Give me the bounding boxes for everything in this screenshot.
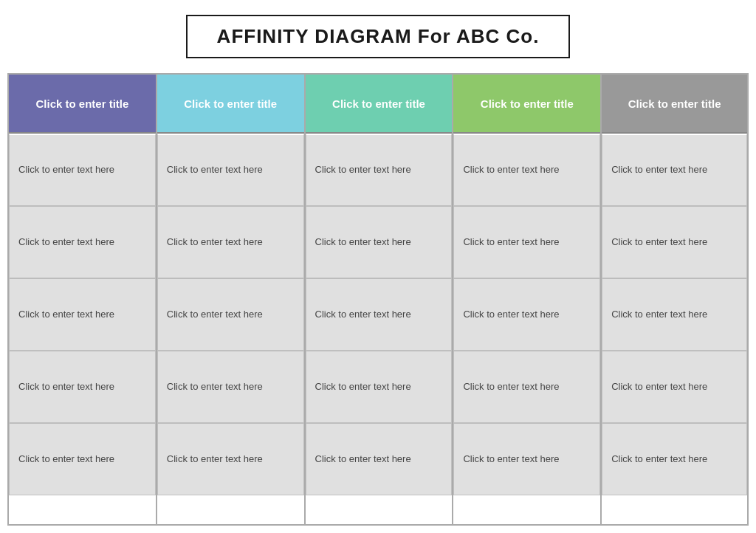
card-col2-row1[interactable]: Click to enter text here — [157, 134, 304, 206]
card-col5-row1[interactable]: Click to enter text here — [602, 134, 747, 206]
card-col3-row2[interactable]: Click to enter text here — [306, 206, 453, 278]
column-3-header[interactable]: Click to enter title — [306, 75, 453, 134]
column-5-cards: Click to enter text hereClick to enter t… — [602, 134, 747, 524]
column-4-header[interactable]: Click to enter title — [453, 75, 600, 134]
card-col4-row5[interactable]: Click to enter text here — [453, 423, 600, 495]
card-col5-row5[interactable]: Click to enter text here — [602, 423, 747, 495]
card-col1-row1[interactable]: Click to enter text here — [9, 134, 156, 206]
column-2: Click to enter titleClick to enter text … — [156, 73, 304, 526]
column-2-cards: Click to enter text hereClick to enter t… — [157, 134, 304, 524]
card-col3-row5[interactable]: Click to enter text here — [306, 423, 453, 495]
card-col4-row4[interactable]: Click to enter text here — [453, 351, 600, 423]
card-col2-row4[interactable]: Click to enter text here — [157, 351, 304, 423]
diagram-grid: Click to enter titleClick to enter text … — [7, 73, 749, 526]
card-col5-row3[interactable]: Click to enter text here — [602, 278, 747, 351]
card-col4-row1[interactable]: Click to enter text here — [453, 134, 600, 206]
column-2-header[interactable]: Click to enter title — [157, 75, 304, 134]
column-1: Click to enter titleClick to enter text … — [7, 73, 156, 526]
card-col1-row3[interactable]: Click to enter text here — [9, 278, 156, 351]
card-col3-row3[interactable]: Click to enter text here — [306, 278, 453, 351]
column-5: Click to enter titleClick to enter text … — [600, 73, 749, 526]
card-col2-row2[interactable]: Click to enter text here — [157, 206, 304, 278]
title-box: AFFINITY DIAGRAM For ABC Co. — [186, 15, 571, 58]
card-col2-row5[interactable]: Click to enter text here — [157, 423, 304, 495]
card-col4-row3[interactable]: Click to enter text here — [453, 278, 600, 351]
column-4-cards: Click to enter text hereClick to enter t… — [453, 134, 600, 524]
card-col1-row5[interactable]: Click to enter text here — [9, 423, 156, 495]
card-col4-row2[interactable]: Click to enter text here — [453, 206, 600, 278]
column-1-cards: Click to enter text hereClick to enter t… — [9, 134, 156, 524]
card-col5-row2[interactable]: Click to enter text here — [602, 206, 747, 278]
column-5-header[interactable]: Click to enter title — [602, 75, 747, 134]
card-col3-row4[interactable]: Click to enter text here — [306, 351, 453, 423]
page-title: AFFINITY DIAGRAM For ABC Co. — [217, 25, 540, 47]
page-container: AFFINITY DIAGRAM For ABC Co. Click to en… — [0, 0, 756, 533]
card-col1-row4[interactable]: Click to enter text here — [9, 351, 156, 423]
card-col5-row4[interactable]: Click to enter text here — [602, 351, 747, 423]
card-col3-row1[interactable]: Click to enter text here — [306, 134, 453, 206]
card-col2-row3[interactable]: Click to enter text here — [157, 278, 304, 351]
column-3: Click to enter titleClick to enter text … — [304, 73, 453, 526]
column-1-header[interactable]: Click to enter title — [9, 75, 156, 134]
column-3-cards: Click to enter text hereClick to enter t… — [306, 134, 453, 524]
column-4: Click to enter titleClick to enter text … — [452, 73, 600, 526]
card-col1-row2[interactable]: Click to enter text here — [9, 206, 156, 278]
